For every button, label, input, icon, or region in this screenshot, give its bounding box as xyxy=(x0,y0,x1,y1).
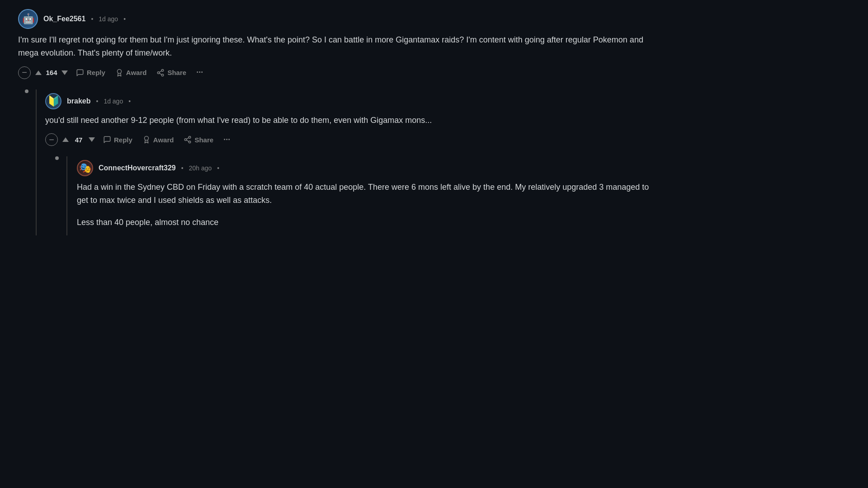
vote-section-ok-fee: 164 xyxy=(33,69,70,77)
action-bar-brakeb: − 47 xyxy=(45,133,660,146)
reply-label-ok-fee: Reply xyxy=(87,69,105,76)
collapse-button-brakeb[interactable]: − xyxy=(45,133,58,146)
downvote-button-brakeb[interactable] xyxy=(87,136,97,144)
dot-1: • xyxy=(123,15,126,23)
avatar-brakeb: 🔰 xyxy=(45,93,61,109)
dot-5: • xyxy=(217,164,219,172)
page-container: 🤖 Ok_Fee2561 • 1d ago • I'm sure I'll re… xyxy=(0,0,678,244)
more-icon-ok-fee: ··· xyxy=(196,68,203,77)
thread-dot-brakeb xyxy=(25,89,28,93)
downvote-icon-ok-fee xyxy=(61,70,68,75)
reply-icon-ok-fee xyxy=(76,69,84,77)
reply-content-brakeb: 🔰 brakeb • 1d ago • you'd still need ano… xyxy=(45,89,660,235)
username-connect: ConnectHovercraft329 xyxy=(99,164,176,172)
timestamp-connect: 20h ago xyxy=(189,164,212,172)
share-label-ok-fee: Share xyxy=(167,69,186,76)
comment-thread: 🤖 Ok_Fee2561 • 1d ago • I'm sure I'll re… xyxy=(18,9,660,235)
svg-line-4 xyxy=(160,73,162,75)
award-button-ok-fee[interactable]: Award xyxy=(112,66,151,80)
collapse-icon-ok-fee: − xyxy=(22,67,27,78)
avatar-icon-ok-fee: 🤖 xyxy=(22,13,34,25)
avatar-connect: 🎭 xyxy=(77,160,93,176)
dot-4: • xyxy=(181,164,184,172)
share-label-brakeb: Share xyxy=(194,136,213,144)
more-button-brakeb[interactable]: ··· xyxy=(220,133,234,146)
nested-reply-container-connect: 🎭 ConnectHovercraft329 • 20h ago • Had a… xyxy=(45,156,660,235)
award-label-brakeb: Award xyxy=(153,136,174,144)
award-icon-brakeb xyxy=(142,136,151,144)
action-bar-ok-fee: − 164 Reply xyxy=(18,66,660,80)
comment-body-brakeb: you'd still need another 9-12 people (fr… xyxy=(45,114,660,127)
comment-header-brakeb: 🔰 brakeb • 1d ago • xyxy=(45,93,660,109)
upvote-icon-ok-fee xyxy=(35,70,42,75)
reply-button-ok-fee[interactable]: Reply xyxy=(72,66,109,80)
award-label-ok-fee: Award xyxy=(126,69,147,76)
thread-line-brakeb xyxy=(36,89,37,235)
dot-2: • xyxy=(96,98,98,105)
avatar-icon-connect: 🎭 xyxy=(79,162,91,174)
upvote-icon-brakeb xyxy=(62,137,69,142)
svg-line-10 xyxy=(187,141,189,142)
share-icon-brakeb xyxy=(184,136,192,144)
comment-body-connect-1: Had a win in the Sydney CBD on Friday wi… xyxy=(77,181,660,207)
nested-thread-dot-connect xyxy=(55,156,59,160)
avatar-icon-brakeb: 🔰 xyxy=(47,95,60,107)
vote-count-brakeb: 47 xyxy=(72,136,85,144)
downvote-button-ok-fee[interactable] xyxy=(60,69,70,77)
nested-thread-line-connect xyxy=(66,156,67,235)
comment-header-ok-fee: 🤖 Ok_Fee2561 • 1d ago • xyxy=(18,9,660,29)
more-icon-brakeb: ··· xyxy=(223,135,230,144)
award-button-brakeb[interactable]: Award xyxy=(139,133,178,146)
upvote-button-ok-fee[interactable] xyxy=(33,69,43,77)
timestamp-brakeb: 1d ago xyxy=(104,98,123,105)
collapse-button-ok-fee[interactable]: − xyxy=(18,66,31,79)
collapse-icon-brakeb: − xyxy=(49,135,54,145)
username-ok-fee: Ok_Fee2561 xyxy=(43,15,85,23)
svg-line-5 xyxy=(160,70,162,72)
dot-3: • xyxy=(128,98,131,105)
upvote-button-brakeb[interactable] xyxy=(61,136,71,144)
username-brakeb: brakeb xyxy=(67,97,90,105)
svg-line-11 xyxy=(187,138,189,139)
comment-brakeb: 🔰 brakeb • 1d ago • you'd still need ano… xyxy=(45,93,660,235)
comment-ok-fee: 🤖 Ok_Fee2561 • 1d ago • I'm sure I'll re… xyxy=(18,9,660,235)
dot-0: • xyxy=(91,15,93,23)
reply-button-brakeb[interactable]: Reply xyxy=(99,133,136,146)
nested-reply-content-connect: 🎭 ConnectHovercraft329 • 20h ago • Had a… xyxy=(77,156,660,235)
award-icon-ok-fee xyxy=(115,69,123,77)
share-icon-ok-fee xyxy=(156,69,165,77)
more-button-ok-fee[interactable]: ··· xyxy=(193,66,207,79)
share-button-ok-fee[interactable]: Share xyxy=(153,66,190,80)
reply-label-brakeb: Reply xyxy=(114,136,132,144)
reply-container-brakeb: 🔰 brakeb • 1d ago • you'd still need ano… xyxy=(18,89,660,235)
comment-header-connect: 🎭 ConnectHovercraft329 • 20h ago • xyxy=(77,160,660,176)
reply-icon-brakeb xyxy=(103,136,111,144)
avatar-ok-fee: 🤖 xyxy=(18,9,38,29)
comment-connect: 🎭 ConnectHovercraft329 • 20h ago • Had a… xyxy=(77,160,660,235)
vote-section-brakeb: 47 xyxy=(61,136,97,144)
share-button-brakeb[interactable]: Share xyxy=(180,133,217,146)
timestamp-ok-fee: 1d ago xyxy=(99,15,118,23)
thread-line-wrapper-brakeb xyxy=(18,89,45,235)
vote-count-ok-fee: 164 xyxy=(45,69,58,76)
comment-body-ok-fee: I'm sure I'll regret not going for them … xyxy=(18,33,660,60)
comment-body-connect-2: Less than 40 people, almost no chance xyxy=(77,216,660,229)
downvote-icon-brakeb xyxy=(89,137,95,142)
nested-thread-line-wrapper-connect xyxy=(45,156,77,235)
